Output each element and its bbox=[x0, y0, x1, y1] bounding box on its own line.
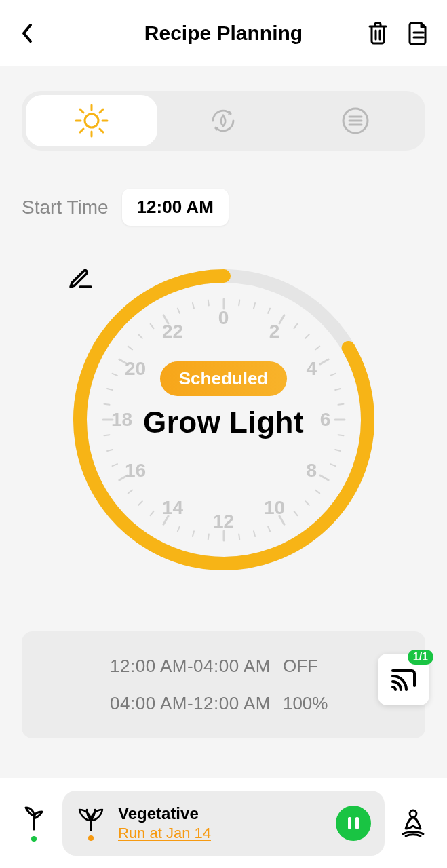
svg-rect-63 bbox=[348, 817, 351, 829]
status-dot bbox=[88, 835, 94, 841]
sprout-icon bbox=[22, 805, 46, 832]
schedule-value: OFF bbox=[283, 656, 337, 677]
svg-line-7 bbox=[80, 129, 83, 132]
svg-point-0 bbox=[85, 114, 98, 127]
pause-icon bbox=[347, 816, 360, 831]
status-dot bbox=[31, 836, 37, 842]
recycle-leaf-icon bbox=[206, 104, 240, 138]
cast-icon bbox=[389, 667, 418, 692]
svg-point-65 bbox=[410, 810, 416, 817]
list-circle-icon bbox=[340, 105, 371, 136]
svg-line-6 bbox=[100, 129, 103, 132]
notes-button[interactable] bbox=[406, 21, 431, 45]
trash-icon bbox=[367, 21, 389, 45]
schedule-value: 100% bbox=[283, 693, 337, 714]
tab-light[interactable] bbox=[26, 95, 157, 146]
schedule-range: 04:00 AM-12:00 AM bbox=[110, 693, 271, 714]
back-button[interactable] bbox=[16, 22, 38, 44]
tab-cycle[interactable] bbox=[157, 95, 289, 146]
schedule-range: 12:00 AM-04:00 AM bbox=[110, 656, 271, 677]
seedling-button[interactable] bbox=[18, 805, 50, 842]
zen-button[interactable] bbox=[397, 808, 429, 838]
start-time-label: Start Time bbox=[22, 197, 109, 218]
page-title: Recipe Planning bbox=[144, 22, 303, 45]
pause-button[interactable] bbox=[336, 806, 371, 841]
schedule-row[interactable]: 12:00 AM-04:00 AMOFF bbox=[41, 648, 406, 685]
stage-subtitle[interactable]: Run at Jan 14 bbox=[118, 825, 324, 842]
stage-name: Vegetative bbox=[118, 804, 324, 823]
schedule-dial[interactable]: 0246810121416182022 Scheduled Grow Light bbox=[66, 262, 381, 577]
chevron-left-icon bbox=[21, 23, 33, 43]
tab-list[interactable] bbox=[290, 95, 421, 146]
stage-card[interactable]: Vegetative Run at Jan 14 bbox=[62, 791, 385, 856]
status-pill: Scheduled bbox=[160, 361, 287, 396]
delete-button[interactable] bbox=[366, 21, 390, 45]
schedule-row[interactable]: 04:00 AM-12:00 AM100% bbox=[41, 685, 406, 722]
leaf-icon bbox=[77, 806, 105, 833]
cast-badge: 1/1 bbox=[408, 650, 433, 665]
dial-title: Grow Light bbox=[143, 406, 304, 439]
pencil-icon bbox=[66, 262, 94, 290]
svg-line-8 bbox=[100, 109, 103, 113]
app-header: Recipe Planning bbox=[0, 0, 447, 66]
svg-rect-64 bbox=[355, 817, 359, 829]
schedule-list: 12:00 AM-04:00 AMOFF04:00 AM-12:00 AM100… bbox=[22, 631, 425, 738]
bottom-bar: Vegetative Run at Jan 14 bbox=[0, 778, 447, 868]
svg-line-5 bbox=[80, 109, 83, 113]
cast-button[interactable]: 1/1 bbox=[378, 654, 429, 705]
document-icon bbox=[408, 20, 429, 46]
edit-button[interactable] bbox=[209, 449, 239, 479]
content-area: Start Time 12:00 AM 02468101214161820 bbox=[0, 66, 447, 778]
category-tabs bbox=[22, 91, 425, 151]
start-time-row: Start Time 12:00 AM bbox=[22, 189, 425, 226]
sun-icon bbox=[73, 102, 110, 139]
meditation-icon bbox=[399, 808, 427, 838]
start-time-chip[interactable]: 12:00 AM bbox=[122, 189, 229, 226]
